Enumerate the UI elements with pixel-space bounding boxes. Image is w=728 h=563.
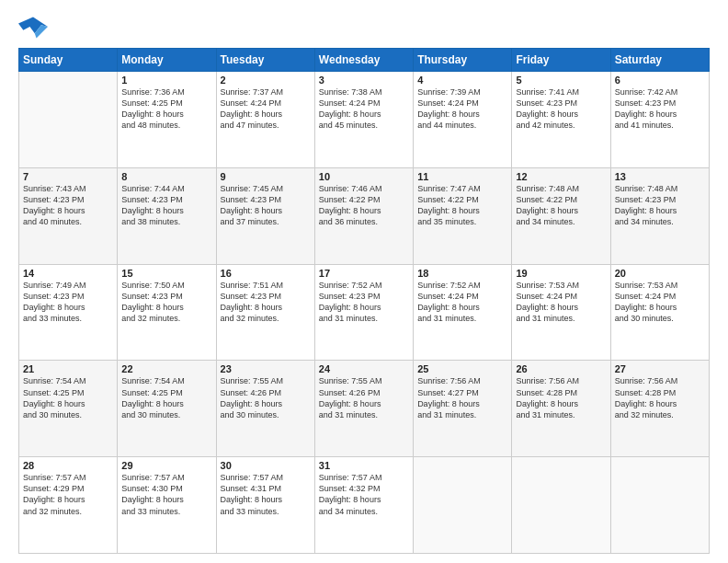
day-info: Sunrise: 7:57 AMSunset: 4:31 PMDaylight:… (221, 472, 311, 517)
day-info: Sunrise: 7:36 AMSunset: 4:25 PMDaylight:… (121, 86, 211, 132)
day-info: Sunrise: 7:56 AMSunset: 4:27 PMDaylight:… (417, 375, 507, 420)
calendar-cell: 3Sunrise: 7:38 AMSunset: 4:24 PMDaylight… (314, 72, 413, 168)
day-number: 16 (221, 268, 311, 279)
calendar-cell (512, 457, 610, 554)
calendar-cell: 12Sunrise: 7:48 AMSunset: 4:22 PMDayligh… (512, 167, 610, 264)
calendar-cell: 30Sunrise: 7:57 AMSunset: 4:31 PMDayligh… (216, 457, 314, 554)
day-number: 10 (319, 171, 409, 182)
calendar-cell: 23Sunrise: 7:55 AMSunset: 4:26 PMDayligh… (216, 361, 314, 457)
calendar-cell: 8Sunrise: 7:44 AMSunset: 4:23 PMDaylight… (118, 167, 216, 264)
day-number: 13 (615, 171, 705, 182)
calendar-cell: 17Sunrise: 7:52 AMSunset: 4:23 PMDayligh… (314, 264, 413, 361)
day-header-saturday: Saturday (610, 49, 709, 72)
calendar-cell: 1Sunrise: 7:36 AMSunset: 4:25 PMDaylight… (118, 72, 216, 168)
day-info: Sunrise: 7:53 AMSunset: 4:24 PMDaylight:… (516, 280, 606, 325)
day-info: Sunrise: 7:55 AMSunset: 4:26 PMDaylight:… (221, 375, 311, 420)
calendar-cell: 11Sunrise: 7:47 AMSunset: 4:22 PMDayligh… (414, 167, 512, 264)
day-number: 4 (417, 75, 507, 86)
day-info: Sunrise: 7:41 AMSunset: 4:23 PMDaylight:… (516, 86, 606, 132)
day-number: 17 (319, 268, 409, 279)
day-header-thursday: Thursday (414, 49, 512, 72)
header-row: SundayMondayTuesdayWednesdayThursdayFrid… (19, 49, 710, 72)
calendar-cell: 29Sunrise: 7:57 AMSunset: 4:30 PMDayligh… (118, 457, 216, 554)
week-row-4: 21Sunrise: 7:54 AMSunset: 4:25 PMDayligh… (19, 361, 710, 457)
day-info: Sunrise: 7:54 AMSunset: 4:25 PMDaylight:… (23, 375, 113, 420)
calendar-cell: 2Sunrise: 7:37 AMSunset: 4:24 PMDaylight… (216, 72, 314, 168)
page: SundayMondayTuesdayWednesdayThursdayFrid… (0, 0, 728, 563)
calendar-cell: 16Sunrise: 7:51 AMSunset: 4:23 PMDayligh… (216, 264, 314, 361)
day-number: 15 (121, 268, 211, 279)
calendar-cell: 9Sunrise: 7:45 AMSunset: 4:23 PMDaylight… (216, 167, 314, 264)
day-number: 1 (121, 75, 211, 86)
day-info: Sunrise: 7:52 AMSunset: 4:23 PMDaylight:… (319, 280, 409, 325)
day-number: 9 (221, 171, 311, 182)
day-info: Sunrise: 7:49 AMSunset: 4:23 PMDaylight:… (23, 280, 113, 325)
calendar-body: 1Sunrise: 7:36 AMSunset: 4:25 PMDaylight… (19, 72, 710, 554)
calendar-cell: 6Sunrise: 7:42 AMSunset: 4:23 PMDaylight… (610, 72, 709, 168)
calendar-cell: 5Sunrise: 7:41 AMSunset: 4:23 PMDaylight… (512, 72, 610, 168)
day-number: 28 (23, 460, 113, 471)
day-info: Sunrise: 7:53 AMSunset: 4:24 PMDaylight:… (615, 280, 705, 325)
day-info: Sunrise: 7:48 AMSunset: 4:23 PMDaylight:… (615, 183, 705, 228)
day-number: 25 (417, 363, 507, 374)
day-number: 22 (121, 363, 211, 374)
day-info: Sunrise: 7:42 AMSunset: 4:23 PMDaylight:… (615, 86, 705, 132)
day-info: Sunrise: 7:46 AMSunset: 4:22 PMDaylight:… (319, 183, 409, 228)
day-info: Sunrise: 7:48 AMSunset: 4:22 PMDaylight:… (516, 183, 606, 228)
day-info: Sunrise: 7:55 AMSunset: 4:26 PMDaylight:… (319, 375, 409, 420)
day-info: Sunrise: 7:38 AMSunset: 4:24 PMDaylight:… (319, 86, 409, 132)
calendar-cell: 26Sunrise: 7:56 AMSunset: 4:28 PMDayligh… (512, 361, 610, 457)
day-number: 12 (516, 171, 606, 182)
week-row-5: 28Sunrise: 7:57 AMSunset: 4:29 PMDayligh… (19, 457, 710, 554)
day-info: Sunrise: 7:39 AMSunset: 4:24 PMDaylight:… (417, 86, 507, 132)
day-number: 29 (121, 460, 211, 471)
day-header-friday: Friday (512, 49, 610, 72)
day-header-monday: Monday (118, 49, 216, 72)
day-header-sunday: Sunday (19, 49, 118, 72)
day-number: 5 (516, 75, 606, 86)
calendar-cell: 13Sunrise: 7:48 AMSunset: 4:23 PMDayligh… (610, 167, 709, 264)
day-info: Sunrise: 7:45 AMSunset: 4:23 PMDaylight:… (221, 183, 311, 228)
day-info: Sunrise: 7:57 AMSunset: 4:30 PMDaylight:… (121, 472, 211, 517)
calendar-cell: 20Sunrise: 7:53 AMSunset: 4:24 PMDayligh… (610, 264, 709, 361)
calendar-table: SundayMondayTuesdayWednesdayThursdayFrid… (18, 48, 710, 554)
day-number: 27 (615, 363, 705, 374)
day-info: Sunrise: 7:50 AMSunset: 4:23 PMDaylight:… (121, 280, 211, 325)
calendar-cell: 22Sunrise: 7:54 AMSunset: 4:25 PMDayligh… (118, 361, 216, 457)
calendar-cell: 24Sunrise: 7:55 AMSunset: 4:26 PMDayligh… (314, 361, 413, 457)
day-info: Sunrise: 7:51 AMSunset: 4:23 PMDaylight:… (221, 280, 311, 325)
calendar-header: SundayMondayTuesdayWednesdayThursdayFrid… (19, 49, 710, 72)
day-info: Sunrise: 7:43 AMSunset: 4:23 PMDaylight:… (23, 183, 113, 228)
day-number: 14 (23, 268, 113, 279)
week-row-1: 1Sunrise: 7:36 AMSunset: 4:25 PMDaylight… (19, 72, 710, 168)
calendar-cell: 7Sunrise: 7:43 AMSunset: 4:23 PMDaylight… (19, 167, 118, 264)
day-header-wednesday: Wednesday (314, 49, 413, 72)
calendar-cell (414, 457, 512, 554)
calendar-cell: 18Sunrise: 7:52 AMSunset: 4:24 PMDayligh… (414, 264, 512, 361)
day-info: Sunrise: 7:57 AMSunset: 4:32 PMDaylight:… (319, 472, 409, 517)
header (18, 15, 710, 40)
logo-icon (18, 15, 48, 40)
day-number: 30 (221, 460, 311, 471)
day-info: Sunrise: 7:56 AMSunset: 4:28 PMDaylight:… (615, 375, 705, 420)
day-number: 23 (221, 363, 311, 374)
day-number: 24 (319, 363, 409, 374)
calendar-cell: 31Sunrise: 7:57 AMSunset: 4:32 PMDayligh… (314, 457, 413, 554)
calendar-cell: 27Sunrise: 7:56 AMSunset: 4:28 PMDayligh… (610, 361, 709, 457)
calendar-cell: 25Sunrise: 7:56 AMSunset: 4:27 PMDayligh… (414, 361, 512, 457)
day-number: 21 (23, 363, 113, 374)
day-info: Sunrise: 7:56 AMSunset: 4:28 PMDaylight:… (516, 375, 606, 420)
day-number: 11 (417, 171, 507, 182)
calendar-cell (610, 457, 709, 554)
calendar-cell: 28Sunrise: 7:57 AMSunset: 4:29 PMDayligh… (19, 457, 118, 554)
day-number: 6 (615, 75, 705, 86)
day-info: Sunrise: 7:54 AMSunset: 4:25 PMDaylight:… (121, 375, 211, 420)
week-row-3: 14Sunrise: 7:49 AMSunset: 4:23 PMDayligh… (19, 264, 710, 361)
day-info: Sunrise: 7:57 AMSunset: 4:29 PMDaylight:… (23, 472, 113, 517)
day-number: 18 (417, 268, 507, 279)
calendar-cell (19, 72, 118, 168)
day-number: 31 (319, 460, 409, 471)
day-number: 7 (23, 171, 113, 182)
day-number: 2 (221, 75, 311, 86)
logo (18, 15, 51, 40)
